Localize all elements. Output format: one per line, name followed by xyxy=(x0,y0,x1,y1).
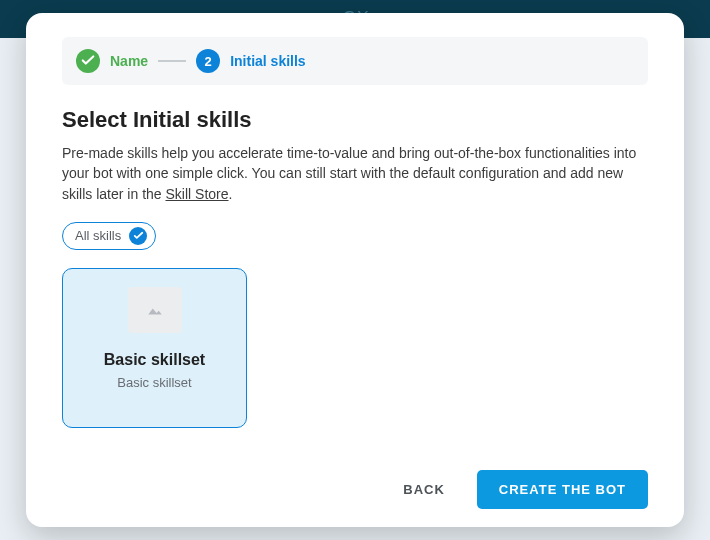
skill-store-link[interactable]: Skill Store xyxy=(165,186,228,202)
back-button[interactable]: BACK xyxy=(399,472,449,507)
create-the-bot-button[interactable]: CREATE THE BOT xyxy=(477,470,648,509)
skill-card-title: Basic skillset xyxy=(104,351,205,369)
app-backdrop: CX Name 2 Initial skills Select Initial … xyxy=(0,0,710,540)
step-2-label: Initial skills xyxy=(230,53,305,69)
skill-card-row: Basic skillset Basic skillset xyxy=(62,268,648,454)
step-2-number-badge: 2 xyxy=(196,49,220,73)
modal-footer: BACK CREATE THE BOT xyxy=(62,454,648,509)
filter-row: All skills xyxy=(62,222,648,250)
create-bot-modal: Name 2 Initial skills Select Initial ski… xyxy=(26,13,684,527)
description-text-1: Pre-made skills help you accelerate time… xyxy=(62,145,636,202)
page-title: Select Initial skills xyxy=(62,107,648,133)
description-text-2: . xyxy=(229,186,233,202)
step-connector xyxy=(158,60,186,62)
filter-pill-label: All skills xyxy=(75,228,121,243)
skill-card-subtitle: Basic skillset xyxy=(117,375,191,390)
checkmark-icon xyxy=(81,53,95,70)
page-description: Pre-made skills help you accelerate time… xyxy=(62,143,648,204)
image-placeholder-icon xyxy=(128,287,182,333)
skill-card-basic-skillset[interactable]: Basic skillset Basic skillset xyxy=(62,268,247,428)
all-skills-filter-pill[interactable]: All skills xyxy=(62,222,156,250)
filter-pill-checkmark-icon xyxy=(129,227,147,245)
step-1-label: Name xyxy=(110,53,148,69)
wizard-stepper: Name 2 Initial skills xyxy=(62,37,648,85)
step-1-done-badge xyxy=(76,49,100,73)
